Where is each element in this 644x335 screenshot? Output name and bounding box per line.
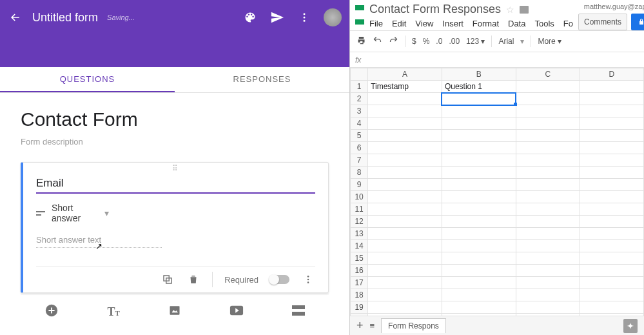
cell-C8[interactable] [516, 167, 580, 179]
cell-B10[interactable] [442, 191, 516, 203]
tab-questions[interactable]: QUESTIONS [0, 67, 175, 92]
cell-A10[interactable] [368, 191, 442, 203]
column-header-C[interactable]: C [516, 68, 580, 81]
format-dec2[interactable]: .00 [449, 37, 460, 46]
cell-B1[interactable]: Question 1 [442, 81, 516, 93]
cell-A11[interactable] [368, 203, 442, 216]
cell-B15[interactable] [442, 252, 516, 265]
row-header[interactable]: 13 [351, 228, 368, 240]
cell-B18[interactable] [442, 289, 516, 301]
row-header[interactable]: 15 [351, 252, 368, 265]
cell-D5[interactable] [580, 130, 643, 142]
column-header-A[interactable]: A [368, 68, 442, 81]
add-title-icon[interactable]: TT [107, 305, 119, 319]
format-percent[interactable]: % [423, 37, 430, 46]
format-currency[interactable]: $ [412, 37, 416, 46]
form-description[interactable]: Form description [21, 137, 329, 147]
cell-B17[interactable] [442, 277, 516, 289]
undo-icon[interactable] [373, 36, 382, 47]
cell-B8[interactable] [442, 167, 516, 179]
share-button[interactable]: Share [631, 14, 644, 30]
row-header[interactable]: 16 [351, 265, 368, 277]
menu-file[interactable]: File [369, 19, 383, 28]
all-sheets-icon[interactable]: ≡ [370, 321, 375, 330]
cell-B11[interactable] [442, 203, 516, 216]
menu-fo[interactable]: Fo [563, 19, 573, 28]
cell-C3[interactable] [516, 105, 580, 117]
cell-B19[interactable] [442, 301, 516, 314]
cell-B6[interactable] [442, 142, 516, 154]
format-123[interactable]: 123 ▾ [466, 37, 485, 46]
delete-icon[interactable] [186, 272, 200, 287]
cell-D8[interactable] [580, 167, 643, 179]
menu-view[interactable]: View [415, 19, 433, 28]
form-title[interactable]: Contact Form [21, 108, 329, 130]
cell-D6[interactable] [580, 142, 643, 154]
cell-C17[interactable] [516, 277, 580, 289]
cell-C4[interactable] [516, 117, 580, 130]
cell-A7[interactable] [368, 154, 442, 167]
cell-D18[interactable] [580, 289, 643, 301]
sheet-tab[interactable]: Form Respons [381, 318, 446, 333]
cell-A12[interactable] [368, 216, 442, 228]
cell-D17[interactable] [580, 277, 643, 289]
cell-C15[interactable] [516, 252, 580, 265]
cell-D10[interactable] [580, 191, 643, 203]
cell-A6[interactable] [368, 142, 442, 154]
spreadsheet-grid[interactable]: ABCD1TimestampQuestion 12345678910111213… [350, 68, 644, 316]
cell-C18[interactable] [516, 289, 580, 301]
cell-B9[interactable] [442, 179, 516, 191]
cell-B3[interactable] [442, 105, 516, 117]
row-header[interactable]: 1 [351, 81, 368, 93]
font-selector[interactable]: Arial [498, 37, 514, 46]
cell-C9[interactable] [516, 179, 580, 191]
user-avatar[interactable] [324, 8, 342, 26]
cell-B5[interactable] [442, 130, 516, 142]
row-header[interactable]: 6 [351, 142, 368, 154]
cell-B12[interactable] [442, 216, 516, 228]
cell-A18[interactable] [368, 289, 442, 301]
row-header[interactable]: 5 [351, 130, 368, 142]
cell-D13[interactable] [580, 228, 643, 240]
format-dec1[interactable]: .0 [436, 37, 442, 46]
row-header[interactable]: 8 [351, 167, 368, 179]
cell-D15[interactable] [580, 252, 643, 265]
column-header-B[interactable]: B [442, 68, 516, 81]
formula-bar[interactable]: fx [350, 52, 644, 68]
cell-C11[interactable] [516, 203, 580, 216]
cell-C20[interactable] [516, 314, 580, 316]
cell-D9[interactable] [580, 179, 643, 191]
cell-A14[interactable] [368, 240, 442, 252]
cell-A9[interactable] [368, 179, 442, 191]
cell-D19[interactable] [580, 301, 643, 314]
row-header[interactable]: 11 [351, 203, 368, 216]
cell-D1[interactable] [580, 81, 643, 93]
row-header[interactable]: 2 [351, 93, 368, 105]
cell-A19[interactable] [368, 301, 442, 314]
cell-B16[interactable] [442, 265, 516, 277]
row-header[interactable]: 10 [351, 191, 368, 203]
cell-B14[interactable] [442, 240, 516, 252]
question-card[interactable]: ⠿ Email Short answer ▾ Short answer text… [21, 162, 329, 293]
cell-C14[interactable] [516, 240, 580, 252]
cell-A4[interactable] [368, 117, 442, 130]
cell-A3[interactable] [368, 105, 442, 117]
sheets-logo-icon[interactable] [355, 5, 364, 25]
spreadsheet-title[interactable]: Contact Form Responses [369, 3, 501, 16]
drag-handle-icon[interactable]: ⠿ [172, 164, 179, 173]
cell-C7[interactable] [516, 154, 580, 167]
explore-icon[interactable]: ✦ [623, 319, 638, 333]
comments-button[interactable]: Comments [578, 14, 627, 30]
cell-C1[interactable] [516, 81, 580, 93]
more-tools[interactable]: More ▾ [538, 37, 561, 46]
cell-C12[interactable] [516, 216, 580, 228]
add-section-icon[interactable] [292, 305, 305, 319]
send-icon[interactable] [269, 10, 285, 25]
back-arrow-icon[interactable] [8, 10, 23, 25]
cell-C2[interactable] [516, 93, 580, 105]
row-header[interactable]: 14 [351, 240, 368, 252]
row-header[interactable]: 17 [351, 277, 368, 289]
menu-insert[interactable]: Insert [442, 19, 463, 28]
cell-C5[interactable] [516, 130, 580, 142]
cell-C6[interactable] [516, 142, 580, 154]
